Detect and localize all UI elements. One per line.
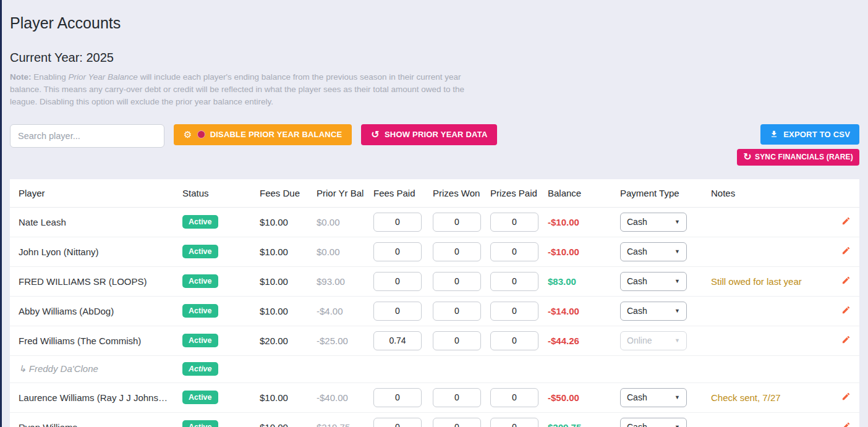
payment-type-value: Cash bbox=[627, 422, 647, 427]
prizes-paid-input[interactable] bbox=[490, 388, 538, 407]
download-icon bbox=[770, 130, 778, 138]
table-row: Ryan Williams Active $10.00 $219.75 $209… bbox=[10, 413, 859, 427]
payment-type-value: Cash bbox=[627, 306, 647, 316]
show-prior-year-data-button[interactable]: ↺ SHOW PRIOR YEAR DATA bbox=[361, 124, 497, 145]
export-to-csv-button[interactable]: EXPORT TO CSV bbox=[760, 124, 859, 145]
player-name: Laurence Williams (Ray J J Johns… bbox=[19, 392, 182, 403]
prior-yr-bal-value: $0.00 bbox=[317, 217, 373, 227]
chevron-down-icon: ▼ bbox=[674, 248, 680, 255]
prizes-paid-input[interactable] bbox=[490, 213, 538, 232]
header-prior-yr-bal: Prior Yr Bal bbox=[317, 188, 373, 198]
prizes-won-input[interactable] bbox=[433, 213, 481, 232]
payment-type-select[interactable]: Cash ▼ bbox=[620, 242, 687, 261]
header-fees-paid: Fees Paid bbox=[373, 188, 433, 198]
fees-paid-input[interactable] bbox=[373, 388, 422, 407]
fees-due-value: $10.00 bbox=[260, 217, 317, 227]
status-badge: Active bbox=[182, 391, 218, 404]
table-row: FRED WILLIAMS SR (LOOPS) Active $10.00 $… bbox=[10, 267, 859, 297]
player-accounts-page: { "page": { "title": "Player Accounts", … bbox=[0, 0, 868, 427]
prizes-won-input[interactable] bbox=[433, 272, 481, 291]
payment-type-select[interactable]: Cash ▼ bbox=[620, 388, 687, 407]
status-badge: Active bbox=[182, 245, 218, 258]
status-dot-icon bbox=[197, 130, 205, 138]
player-name: Abby Williams (AbDog) bbox=[19, 306, 182, 316]
note-text: Still owed for last year bbox=[711, 276, 826, 287]
prizes-paid-input[interactable] bbox=[490, 418, 538, 427]
sync-financials-label: SYNC FINANCIALS (RARE) bbox=[755, 153, 853, 161]
fees-due-value: $10.00 bbox=[260, 247, 317, 257]
status-badge: Active bbox=[182, 362, 218, 376]
sync-financials-button[interactable]: ↻ SYNC FINANCIALS (RARE) bbox=[737, 149, 859, 166]
header-player: Player bbox=[19, 188, 182, 198]
disable-prior-year-balance-label: DISABLE PRIOR YEAR BALANCE bbox=[210, 130, 343, 139]
prizes-won-input[interactable] bbox=[433, 418, 481, 427]
prizes-paid-input[interactable] bbox=[490, 302, 538, 321]
fees-paid-input[interactable] bbox=[373, 213, 422, 232]
prior-yr-bal-value: $219.75 bbox=[317, 422, 373, 427]
payment-type-select[interactable]: Online ▼ bbox=[620, 331, 687, 350]
chevron-down-icon: ▼ bbox=[674, 219, 680, 225]
status-badge: Active bbox=[182, 334, 218, 347]
prizes-won-input[interactable] bbox=[433, 242, 481, 261]
player-name: FRED WILLIAMS SR (LOOPS) bbox=[19, 276, 182, 287]
fees-paid-input[interactable] bbox=[373, 418, 422, 427]
export-to-csv-label: EXPORT TO CSV bbox=[783, 130, 850, 139]
current-year-heading: Current Year: 2025 bbox=[10, 51, 859, 65]
player-name: John Lyon (Nittany) bbox=[19, 247, 182, 257]
fees-paid-input[interactable] bbox=[373, 242, 422, 261]
fees-paid-input[interactable] bbox=[373, 302, 422, 321]
header-prizes-won: Prizes Won bbox=[433, 188, 490, 198]
table-header-row: Player Status Fees Due Prior Yr Bal Fees… bbox=[10, 179, 859, 208]
header-fees-due: Fees Due bbox=[260, 188, 317, 198]
disable-prior-year-balance-button[interactable]: ⚙ DISABLE PRIOR YEAR BALANCE bbox=[174, 124, 352, 145]
prizes-won-input[interactable] bbox=[433, 388, 481, 407]
fees-paid-input[interactable] bbox=[373, 331, 422, 350]
status-badge: Active bbox=[182, 420, 218, 427]
table-row: Laurence Williams (Ray J J Johns… Active… bbox=[10, 383, 859, 413]
header-prizes-paid: Prizes Paid bbox=[490, 188, 548, 198]
prior-yr-bal-value: -$4.00 bbox=[317, 306, 373, 316]
search-input[interactable] bbox=[10, 124, 164, 148]
note-segment-1: Enabling bbox=[32, 72, 69, 82]
table-row: Nate Leash Active $10.00 $0.00 -$10.00 C… bbox=[10, 208, 859, 237]
player-name: Ryan Williams bbox=[19, 422, 182, 427]
prior-yr-bal-value: -$25.00 bbox=[317, 336, 373, 346]
fees-paid-input[interactable] bbox=[373, 272, 422, 291]
right-action-buttons: EXPORT TO CSV ↻ SYNC FINANCIALS (RARE) bbox=[737, 124, 859, 166]
prizes-won-input[interactable] bbox=[433, 331, 481, 350]
fees-due-value: $10.00 bbox=[260, 422, 317, 427]
edit-pencil-icon[interactable] bbox=[841, 216, 851, 226]
chevron-down-icon: ▼ bbox=[674, 394, 680, 400]
fees-due-value: $10.00 bbox=[260, 276, 317, 287]
status-badge: Active bbox=[182, 304, 218, 318]
header-notes: Notes bbox=[711, 188, 826, 198]
edit-pencil-icon[interactable] bbox=[841, 392, 851, 401]
chevron-down-icon: ▼ bbox=[674, 308, 680, 314]
prizes-paid-input[interactable] bbox=[490, 242, 538, 261]
fees-due-value: $10.00 bbox=[260, 306, 317, 316]
payment-type-select[interactable]: Cash ▼ bbox=[620, 302, 687, 321]
payment-type-select[interactable]: Cash ▼ bbox=[620, 272, 687, 291]
payment-type-select[interactable]: Cash ▼ bbox=[620, 213, 687, 232]
payment-type-select[interactable]: Cash ▼ bbox=[620, 418, 687, 427]
prizes-won-input[interactable] bbox=[433, 302, 481, 321]
balance-value: -$50.00 bbox=[548, 392, 620, 403]
edit-pencil-icon[interactable] bbox=[841, 421, 851, 427]
prizes-paid-input[interactable] bbox=[490, 272, 538, 291]
payment-type-value: Online bbox=[627, 336, 652, 345]
table-row: John Lyon (Nittany) Active $10.00 $0.00 … bbox=[10, 237, 859, 267]
header-payment-type: Payment Type bbox=[620, 188, 711, 198]
edit-pencil-icon[interactable] bbox=[841, 276, 851, 285]
prizes-paid-input[interactable] bbox=[490, 331, 538, 350]
controls-bar: ⚙ DISABLE PRIOR YEAR BALANCE ↺ SHOW PRIO… bbox=[10, 124, 859, 166]
edit-pencil-icon[interactable] bbox=[841, 246, 851, 255]
edit-pencil-icon[interactable] bbox=[841, 305, 851, 315]
note-text: Check sent, 7/27 bbox=[711, 392, 826, 403]
table-row: Fred Williams (The Commish) Active $20.0… bbox=[10, 326, 859, 356]
balance-value: -$10.00 bbox=[548, 247, 620, 257]
chevron-down-icon: ▼ bbox=[674, 278, 680, 284]
balance-value: -$10.00 bbox=[548, 217, 620, 227]
edit-pencil-icon[interactable] bbox=[841, 335, 851, 344]
payment-type-value: Cash bbox=[627, 217, 647, 227]
gear-icon: ⚙ bbox=[184, 130, 192, 139]
